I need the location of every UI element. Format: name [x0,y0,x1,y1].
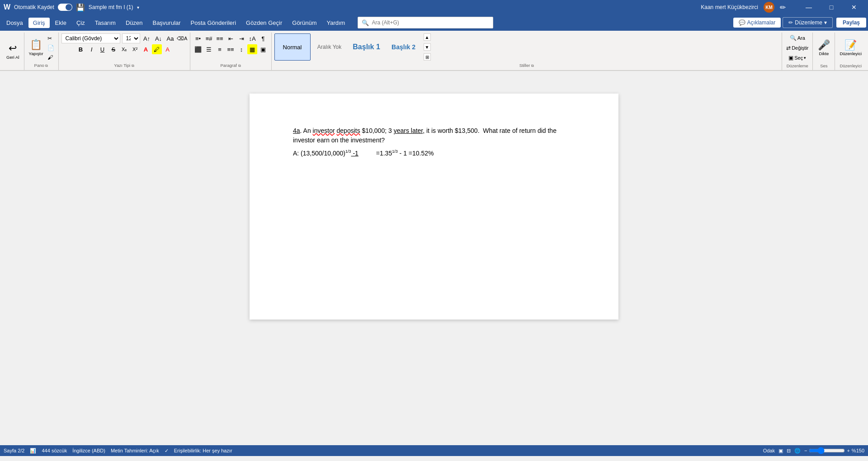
italic-button[interactable]: I [87,44,97,54]
decrease-font-button[interactable]: A↓ [154,33,164,43]
menu-item-dosya[interactable]: Dosya [2,18,28,28]
zoom-out-button[interactable]: − [804,448,807,453]
view-normal-icon[interactable]: ▣ [778,448,783,454]
style-aralik-yok[interactable]: Aralık Yok [311,33,348,61]
search-box[interactable]: 🔍 [358,17,493,28]
style-baslik1[interactable]: Başlık 1 [349,33,385,61]
sort-button[interactable]: ↕A [247,33,257,43]
answer-underline: -1 [351,150,359,157]
line-spacing-button[interactable]: ↕ [236,44,246,54]
increase-font-button[interactable]: A↑ [142,33,152,43]
menu-item-duzen[interactable]: Düzen [121,18,147,28]
zoom-slider[interactable] [809,447,845,454]
style-normal[interactable]: Normal [274,33,311,61]
highlight-button[interactable]: 🖊 [152,44,162,54]
styles-gallery: Normal Aralık Yok Başlık 1 Başlık 2 ▲ ▼ … [274,33,779,62]
view-web-icon[interactable]: 🌐 [794,448,801,454]
view-layout-icon[interactable]: ⊟ [787,448,791,454]
accessibility[interactable]: Erişilebilirlik: Her şey hazır [174,448,232,453]
decrease-indent-button[interactable]: ⇤ [226,33,236,43]
border-button[interactable]: ▣ [258,44,268,54]
bold-button[interactable]: B [76,44,86,54]
word-count: 444 sözcük [42,448,67,453]
pano-group: 📋 Yapıştır ✂ 📄 🖌 Pano ⧉ [24,33,59,70]
predictions[interactable]: Metin Tahminleri: Açık [111,448,159,453]
edit-pen-icon[interactable]: ✏ [780,3,786,12]
window-controls: — □ ✕ [798,0,864,14]
menu-item-giris[interactable]: Giriş [28,18,50,28]
menu-item-gozden[interactable]: Gözden Geçir [241,18,287,28]
focus-label[interactable]: Odak [763,448,775,453]
close-button[interactable]: ✕ [844,0,864,14]
align-center-button[interactable]: ☰ [204,44,214,54]
menu-item-ekle[interactable]: Ekle [51,18,71,28]
comments-button[interactable]: 💬 Açıklamalar [733,18,781,28]
menu-item-basvurular[interactable]: Başvurular [148,18,185,28]
copy-button[interactable]: 📄 [46,43,56,52]
clear-format-button[interactable]: ⌫A [177,33,187,43]
increase-indent-button[interactable]: ⇥ [236,33,246,43]
microphone-icon: 🎤 [818,40,830,51]
duzenleme-label[interactable]: Düzenleme [785,63,810,69]
save-icon[interactable]: 💾 [76,3,85,12]
font-color-button[interactable]: A [141,44,151,54]
change-case-button[interactable]: Aa [165,33,175,43]
geri-al-group: ↩ Geri Al [2,33,24,70]
share-button[interactable]: Paylaş [836,18,866,28]
font-expand-icon: ⧉ [132,64,134,68]
pano-label[interactable]: Pano ⧉ [27,63,56,69]
cut-button[interactable]: ✂ [46,34,56,43]
multilevel-list-button[interactable]: ≡≡ [215,33,225,43]
paragraf-label[interactable]: Paragraf ⧉ [193,63,269,69]
font-size-select[interactable]: 12 [122,33,140,43]
styles-more-button[interactable]: ⊞ [424,53,431,61]
menu-item-gorunum[interactable]: Görünüm [288,18,321,28]
zoom-level[interactable]: %150 [852,448,864,453]
maximize-button[interactable]: □ [821,0,842,14]
bullet-list-button[interactable]: ≡• [193,33,203,43]
stiller-label[interactable]: Stiller ⧉ [274,63,779,69]
format-painter-button[interactable]: 🖌 [46,53,56,62]
show-marks-button[interactable]: ¶ [258,33,268,43]
ara-button[interactable]: 🔍 Ara [788,33,807,42]
sec-button[interactable]: ▣ Seç ▾ [787,53,807,62]
user-name: Kaan mert Küçükbezirci [701,4,758,10]
undo-button[interactable]: ↩ Geri Al [5,42,21,60]
style-baslik2[interactable]: Başlık 2 [386,33,422,61]
user-avatar[interactable]: KM [764,2,774,13]
zoom-in-button[interactable]: + [847,448,849,453]
styles-down-button[interactable]: ▼ [424,43,431,51]
paste-button[interactable]: 📋 Yapıştır [27,38,45,56]
subscript-button[interactable]: X₂ [119,44,129,54]
minimize-button[interactable]: — [798,0,819,14]
dikte-button[interactable]: 🎤 Dikte [816,39,832,57]
menu-item-yardim[interactable]: Yardım [322,18,349,28]
duzenleyici-button[interactable]: 📝 Düzenleyici [838,39,863,57]
align-left-button[interactable]: ⬛ [193,44,203,54]
yazi-tipi-label[interactable]: Yazı Tipi ⧉ [61,63,187,69]
search-input[interactable] [372,19,489,26]
superscript-button[interactable]: X² [130,44,140,54]
styles-up-button[interactable]: ▲ [424,33,431,41]
language[interactable]: İngilizce (ABD) [72,448,105,453]
underline-button[interactable]: U [98,44,108,54]
edit-mode-button[interactable]: ✏ Düzenleme ▾ [783,17,833,28]
degistir-button[interactable]: ⇄ Değiştir [785,43,810,52]
justify-button[interactable]: ≡≡ [226,44,236,54]
numbered-list-button[interactable]: ≡# [204,33,214,43]
menu-item-tasarim[interactable]: Tasarım [90,18,120,28]
shading-button[interactable]: ▦ [247,44,257,54]
menu-item-ciz[interactable]: Çiz [72,18,90,28]
word-count-icon[interactable]: 📊 [30,448,36,454]
duzenleyici-label[interactable]: Düzenleyici [838,63,863,69]
strikethrough-button[interactable]: S̶ [108,44,118,54]
align-right-button[interactable]: ≡ [215,44,225,54]
dropdown-icon[interactable]: ▾ [137,5,139,10]
paragraf-expand-icon: ⧉ [238,64,241,68]
font-name-select[interactable]: Calibri (Gövde) [61,33,120,43]
autosave-toggle[interactable] [58,4,72,11]
document-page[interactable]: 4a. An investor deposits $10,000; 3 year… [250,94,618,320]
menu-item-posta[interactable]: Posta Gönderileri [186,18,241,28]
font-color2-button[interactable]: A [163,44,173,54]
ses-label[interactable]: Ses [816,63,832,69]
